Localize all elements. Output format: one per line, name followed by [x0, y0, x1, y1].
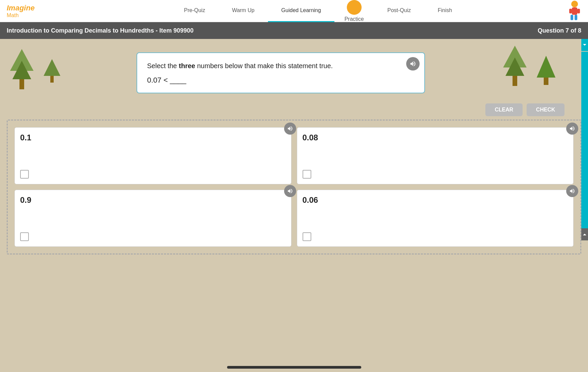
question-audio-button[interactable]	[406, 57, 420, 71]
speaker-icon-a	[287, 126, 293, 132]
logo-math: Math	[7, 12, 35, 18]
nav-warm-up[interactable]: Warm Up	[219, 0, 268, 22]
nav-post-quiz[interactable]: Post-Quiz	[374, 0, 424, 22]
choice-box-c: 0.9	[14, 190, 291, 247]
logo-imagine: Imagine	[7, 4, 35, 12]
scrollbar[interactable]	[227, 366, 361, 369]
choice-label-a: 0.1	[20, 133, 31, 142]
choice-box-a: 0.1	[14, 127, 291, 184]
choice-checkbox-b[interactable]	[303, 170, 311, 179]
clear-button[interactable]: CLEAR	[485, 103, 523, 116]
svg-rect-1	[572, 7, 577, 15]
question-box: Select the three numbers below that make…	[137, 52, 425, 93]
mascot-area	[565, 0, 581, 22]
mascot-icon	[565, 0, 581, 22]
speaker-icon-b	[569, 126, 575, 132]
choice-wrapper-d: 0.06	[297, 190, 574, 247]
logo-area: Imagine Math	[7, 4, 35, 18]
header: Imagine Math Pre-Quiz Warm Up Guided Lea…	[0, 0, 588, 22]
choice-d-audio-button[interactable]	[566, 185, 578, 197]
choice-wrapper-b: 0.08	[297, 127, 574, 184]
choice-wrapper-c: 0.9	[14, 190, 291, 247]
sidebar-section	[581, 52, 588, 228]
nav-pre-quiz-label: Pre-Quiz	[184, 7, 205, 13]
practice-circle	[347, 0, 362, 15]
choice-box-b: 0.08	[297, 127, 574, 184]
svg-rect-5	[577, 9, 580, 13]
nav-pre-quiz[interactable]: Pre-Quiz	[171, 0, 219, 22]
speaker-icon-d	[569, 188, 575, 194]
nav-post-quiz-label: Post-Quiz	[387, 7, 411, 13]
instruction-suffix: numbers below that make this statement t…	[195, 62, 333, 69]
nav-warm-up-label: Warm Up	[232, 7, 255, 13]
speaker-icon-c	[287, 188, 293, 194]
nav-guided-learning-label: Guided Learning	[281, 7, 321, 13]
chevron-down-icon-bottom	[583, 232, 587, 236]
choices-grid: 0.1 0.08	[14, 127, 574, 247]
svg-rect-3	[575, 15, 577, 20]
choice-label-c: 0.9	[20, 195, 31, 204]
nav-finish-label: Finish	[438, 7, 452, 13]
svg-marker-7	[583, 234, 586, 235]
main-content: Select the three numbers below that make…	[0, 39, 588, 372]
choice-box-d: 0.06	[297, 190, 574, 247]
speaker-icon	[410, 60, 416, 67]
choice-checkbox-c[interactable]	[20, 232, 29, 241]
action-buttons: CLEAR CHECK	[0, 100, 588, 120]
svg-rect-4	[569, 9, 572, 13]
nav-bar: Pre-Quiz Warm Up Guided Learning Practic…	[55, 0, 581, 22]
instruction-prefix: Select the	[147, 62, 179, 69]
right-sidebar	[581, 39, 588, 240]
sidebar-arrow-down[interactable]	[581, 228, 588, 240]
chevron-down-icon-top	[583, 43, 587, 47]
question-bar: Introduction to Comparing Decimals to Hu…	[0, 22, 588, 39]
check-button[interactable]: CHECK	[527, 103, 565, 116]
choice-checkbox-a[interactable]	[20, 170, 29, 179]
question-equation: 0.07 < ____	[147, 76, 404, 85]
choice-checkbox-d[interactable]	[303, 232, 311, 241]
choice-label-b: 0.08	[303, 133, 318, 142]
instruction-bold: three	[179, 62, 195, 69]
nav-finish[interactable]: Finish	[424, 0, 466, 22]
svg-marker-6	[583, 44, 586, 46]
question-title: Introduction to Comparing Decimals to Hu…	[7, 27, 194, 34]
choice-wrapper-a: 0.1	[14, 127, 291, 184]
choice-b-audio-button[interactable]	[566, 123, 578, 135]
svg-point-0	[571, 1, 578, 7]
nav-practice[interactable]: Practice	[334, 0, 374, 22]
sidebar-arrow-up[interactable]	[581, 39, 588, 51]
svg-rect-2	[571, 15, 573, 20]
nav-guided-learning[interactable]: Guided Learning	[268, 0, 334, 22]
question-text: Select the three numbers below that make…	[147, 61, 404, 71]
nav-practice-label: Practice	[344, 16, 364, 22]
choice-c-audio-button[interactable]	[284, 185, 296, 197]
choices-area: 0.1 0.08	[7, 120, 581, 254]
question-count: Question 7 of 8	[538, 27, 581, 34]
choice-a-audio-button[interactable]	[284, 123, 296, 135]
equation-text: 0.07 < ____	[147, 76, 186, 84]
choice-label-d: 0.06	[303, 195, 318, 204]
